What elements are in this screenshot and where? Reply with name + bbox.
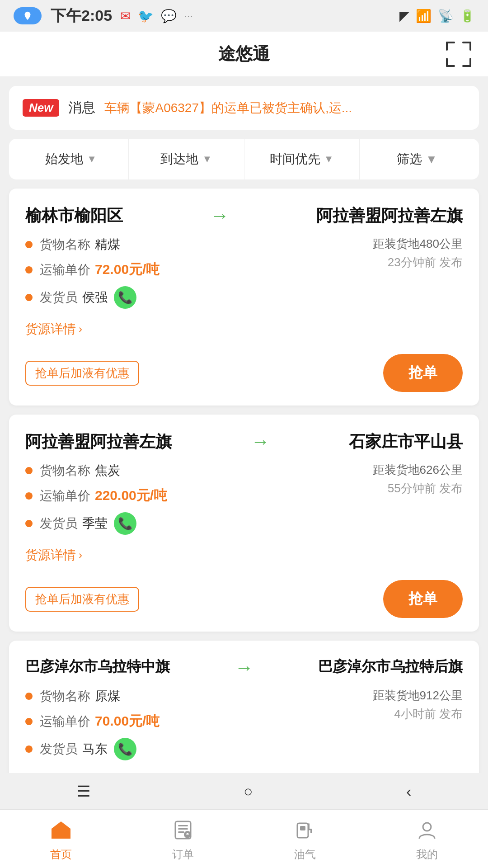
card-2-to: 巴彦淖尔市乌拉特后旗: [318, 657, 463, 677]
nav-item-orders[interactable]: 订单: [122, 816, 244, 862]
nav-item-profile[interactable]: 我的: [366, 816, 488, 862]
filter-time[interactable]: 时间优先 ▼: [244, 139, 360, 179]
app-title: 途悠通: [218, 42, 270, 66]
card-2-phone-button[interactable]: 📞: [114, 738, 136, 760]
card-1-sender-name: 季莹: [82, 515, 108, 532]
filter-origin[interactable]: 始发地 ▼: [14, 139, 129, 179]
card-1-grab-button[interactable]: 抢单: [383, 580, 463, 618]
dot-icon: [25, 693, 33, 700]
filter-dest-arrow: ▼: [202, 153, 212, 165]
funnel-icon: ▼: [426, 152, 437, 166]
status-icons-right: ◤ 📶 📡 🔋: [399, 9, 474, 24]
card-0-price-row: 运输单价 72.00元/吨: [25, 260, 373, 279]
card-1-promo-badge: 抢单后加液有优惠: [25, 587, 139, 612]
nav-item-fuel[interactable]: 油气: [244, 816, 366, 862]
card-1-phone-button[interactable]: 📞: [114, 512, 136, 535]
card-2-route-section: 巴彦淖尔市乌拉特中旗 → 巴彦淖尔市乌拉特后旗: [25, 657, 463, 679]
card-2-price-label: 运输单价: [40, 713, 90, 730]
card-0-price-value: 72.00元/吨: [95, 260, 160, 279]
filter-more[interactable]: 筛选 ▼: [360, 139, 474, 179]
nav-home-label: 首页: [50, 847, 72, 862]
android-back-button[interactable]: ‹: [406, 783, 411, 800]
card-0-goods-label: 货物名称: [40, 236, 90, 253]
card-1-arrow-icon: →: [251, 431, 270, 453]
card-1-price-value: 220.00元/吨: [95, 486, 167, 505]
svg-point-22: [423, 823, 431, 831]
svg-rect-13: [178, 831, 184, 833]
status-bar: 下午2:05 ✉ 🐦 💬 ··· ◤ 📶 📡 🔋: [0, 0, 488, 32]
chat-icon: 💬: [161, 9, 177, 24]
orders-icon: [172, 819, 194, 841]
location-icon: ◤: [399, 9, 409, 24]
svg-rect-21: [310, 829, 312, 833]
battery-icon: 🔋: [460, 9, 474, 23]
dot-icon: [25, 241, 33, 248]
card-0-goods-value: 精煤: [95, 236, 120, 253]
dot-icon: [25, 718, 33, 725]
card-1-to: 石家庄市平山县: [349, 431, 463, 453]
card-2-goods-value: 原煤: [95, 688, 120, 705]
dot-icon: [25, 266, 33, 274]
location-pill: [14, 7, 42, 24]
filter-time-label: 时间优先: [270, 151, 320, 168]
card-1-right: 距装货地626公里 55分钟前 发布: [373, 462, 463, 496]
card-1-sender-row: 发货员 季莹 📞: [25, 512, 373, 535]
card-2-from: 巴彦淖尔市乌拉特中旗: [25, 657, 170, 677]
svg-rect-18: [300, 826, 305, 830]
svg-rect-9: [58, 833, 64, 839]
card-1-from: 阿拉善盟阿拉善左旗: [25, 431, 172, 453]
dot-icon: [25, 520, 33, 527]
card-0-time-posted: 23分钟前 发布: [373, 255, 463, 270]
card-0-grab-button[interactable]: 抢单: [383, 354, 463, 392]
home-icon: [50, 819, 72, 841]
phone-icon: 📞: [118, 517, 132, 531]
cards-container: 榆林市榆阳区 → 阿拉善盟阿拉善左旗 货物名称 精煤 运输单价 72.00元/吨…: [0, 179, 488, 868]
news-banner[interactable]: New 消息 车辆【蒙A06327】的运单已被货主确认,运...: [9, 86, 479, 130]
profile-icon: [416, 819, 438, 841]
twitter-icon: 🐦: [138, 9, 154, 24]
filter-dest-label: 到达地: [160, 151, 198, 168]
card-0-goods-row: 货物名称 精煤: [25, 236, 373, 253]
cargo-card-0: 榆林市榆阳区 → 阿拉善盟阿拉善左旗 货物名称 精煤 运输单价 72.00元/吨…: [9, 189, 479, 406]
card-2-goods-row: 货物名称 原煤: [25, 688, 373, 705]
card-1-sender-label: 发货员: [40, 515, 78, 532]
dot-icon: [25, 294, 33, 301]
card-0-from: 榆林市榆阳区: [25, 205, 123, 227]
filter-more-label: 筛选: [397, 151, 422, 168]
news-label: 消息: [68, 99, 95, 117]
filter-origin-arrow: ▼: [87, 153, 97, 165]
dots-icon: ···: [184, 9, 193, 22]
card-1-details-text: 货源详情: [25, 547, 76, 564]
card-0-details-link[interactable]: 货源详情 ›: [25, 321, 82, 338]
card-0-phone-button[interactable]: 📞: [114, 286, 136, 309]
svg-rect-6: [446, 58, 448, 67]
news-text: 车辆【蒙A06327】的运单已被货主确认,运...: [104, 99, 352, 117]
card-1-details-link[interactable]: 货源详情 ›: [25, 547, 82, 564]
android-menu-button[interactable]: ☰: [77, 782, 90, 800]
card-2-right: 距装货地912公里 4小时前 发布: [373, 688, 463, 722]
card-0-arrow-icon: →: [210, 205, 229, 226]
phone-icon: 📞: [118, 742, 132, 756]
card-0-sender-row: 发货员 侯强 📞: [25, 286, 373, 309]
card-0-route-section: 榆林市榆阳区 → 阿拉善盟阿拉善左旗: [25, 205, 463, 227]
card-1-distance: 距装货地626公里: [373, 462, 463, 478]
filter-destination[interactable]: 到达地 ▼: [129, 139, 244, 179]
svg-rect-12: [178, 828, 188, 830]
card-0-right: 距装货地480公里 23分钟前 发布: [373, 236, 463, 270]
scan-icon: [445, 41, 472, 68]
wifi-icon: 📡: [438, 9, 454, 24]
card-0-sender-label: 发货员: [40, 289, 78, 306]
dot-icon: [25, 467, 33, 474]
dot-icon: [25, 492, 33, 500]
fuel-icon: [294, 819, 316, 841]
card-1-price-row: 运输单价 220.00元/吨: [25, 486, 373, 505]
card-1-goods-row: 货物名称 焦炭: [25, 462, 373, 479]
chevron-right-icon: ›: [79, 549, 82, 561]
fuel-icon-wrap: [291, 816, 319, 844]
nav-item-home[interactable]: 首页: [0, 816, 122, 862]
scan-button[interactable]: [443, 38, 474, 70]
nav-fuel-label: 油气: [294, 847, 316, 862]
android-home-button[interactable]: ○: [244, 783, 253, 800]
card-2-distance: 距装货地912公里: [373, 688, 463, 703]
card-0-sender-name: 侯强: [82, 289, 108, 306]
